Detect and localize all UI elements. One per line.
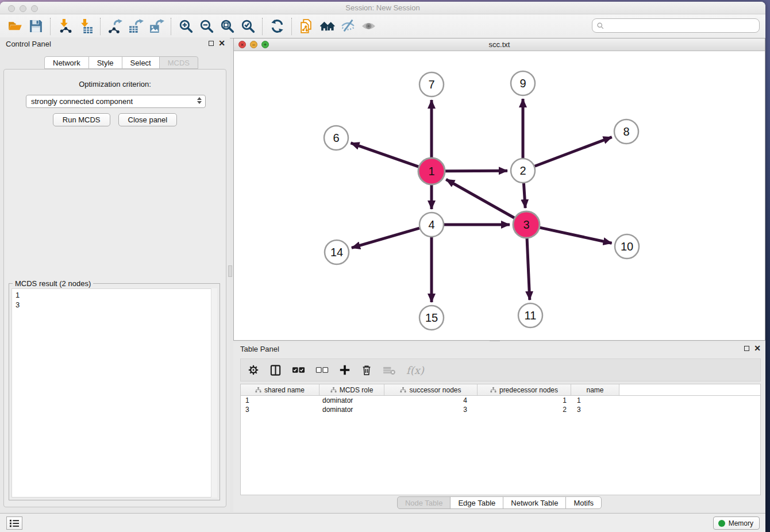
search-input[interactable] — [607, 22, 755, 30]
function-builder-icon: f(x) — [406, 364, 424, 376]
column-header[interactable]: MCDS role — [319, 384, 384, 395]
edge-2-3[interactable] — [523, 183, 525, 208]
mcds-result-text[interactable]: 1 3 — [11, 288, 217, 498]
deselect-all-icon[interactable] — [315, 366, 329, 374]
import-network-icon[interactable] — [55, 17, 75, 36]
zoom-out-icon[interactable] — [196, 17, 217, 36]
close-table-panel-icon[interactable]: ✕ — [754, 345, 761, 352]
search-icon — [596, 22, 605, 30]
graph-node-7[interactable]: 7 — [419, 72, 444, 97]
table-row[interactable]: 1dominator411 — [241, 396, 760, 405]
graph-node-11[interactable]: 11 — [518, 303, 542, 327]
column-tree-icon — [330, 387, 337, 393]
graph-node-4[interactable]: 4 — [419, 213, 444, 237]
table-cell[interactable]: 1 — [571, 396, 619, 405]
close-panel-button[interactable]: Close panel — [118, 113, 178, 126]
edge-1-2[interactable] — [445, 171, 507, 171]
graph-node-1[interactable]: 1 — [418, 158, 445, 184]
tab-mcds[interactable]: MCDS — [159, 56, 198, 69]
table-cell[interactable]: 3 — [241, 405, 319, 414]
criterion-value: strongly connected component — [31, 97, 133, 106]
tab-motifs[interactable]: Motifs — [565, 496, 602, 509]
add-column-icon[interactable] — [339, 364, 351, 376]
export-network-icon[interactable] — [105, 17, 125, 36]
hide-panels-icon[interactable] — [337, 17, 358, 36]
memory-button[interactable]: Memory — [713, 516, 760, 530]
graph-node-15[interactable]: 15 — [419, 306, 444, 330]
column-header[interactable]: name — [571, 384, 619, 395]
graph-node-8[interactable]: 8 — [614, 119, 638, 144]
table-row[interactable]: 3dominator323 — [241, 405, 760, 414]
memory-label: Memory — [729, 519, 753, 527]
table-cell[interactable]: dominator — [319, 396, 384, 405]
refresh-icon[interactable] — [267, 17, 287, 36]
clone-network-icon[interactable] — [296, 17, 317, 36]
zoom-selected-icon[interactable] — [237, 17, 258, 36]
float-panel-icon[interactable] — [209, 41, 214, 46]
table-cell[interactable]: 1 — [241, 396, 319, 405]
table-cell[interactable]: 2 — [478, 405, 571, 414]
graph-node-3[interactable]: 3 — [513, 211, 540, 238]
export-table-icon[interactable] — [125, 17, 146, 36]
edge-3-11[interactable] — [527, 238, 530, 300]
edge-1-6[interactable] — [351, 143, 418, 167]
zoom-fit-icon[interactable] — [217, 17, 237, 36]
edge-3-10[interactable] — [540, 228, 611, 243]
open-folder-icon[interactable] — [5, 17, 25, 36]
node-label: 9 — [519, 77, 526, 90]
graph-node-14[interactable]: 14 — [325, 240, 349, 264]
network-frame-titlebar: × − + scc.txt — [234, 38, 765, 51]
close-panel-icon[interactable]: ✕ — [218, 40, 225, 47]
table-cell[interactable]: dominator — [319, 405, 384, 414]
criterion-dropdown[interactable]: strongly connected component — [26, 95, 206, 108]
mcds-result-title: MCDS result (2 nodes) — [13, 279, 93, 288]
import-table-icon[interactable] — [75, 17, 96, 36]
tab-edge-table[interactable]: Edge Table — [450, 496, 503, 509]
run-mcds-button[interactable]: Run MCDS — [53, 113, 110, 126]
column-tree-icon — [255, 387, 261, 393]
edge-4-14[interactable] — [352, 228, 419, 248]
float-table-panel-icon[interactable] — [744, 346, 749, 351]
table-cell[interactable]: 3 — [571, 405, 619, 414]
table-settings-gear-icon[interactable] — [248, 364, 259, 376]
show-columns-icon[interactable] — [270, 364, 282, 376]
node-table: shared nameMCDS rolesuccessor nodesprede… — [240, 384, 761, 495]
edge-3-1[interactable] — [446, 179, 514, 218]
table-cell[interactable]: 1 — [478, 396, 571, 405]
graph-node-2[interactable]: 2 — [511, 159, 535, 183]
tab-style[interactable]: Style — [88, 56, 122, 69]
column-header[interactable]: predecessor nodes — [478, 384, 571, 395]
table-panel: Table Panel ✕ — [233, 342, 765, 512]
export-image-icon[interactable] — [146, 17, 167, 36]
vertical-splitter-handle[interactable] — [228, 265, 232, 277]
dropdown-stepper-icon — [197, 97, 202, 104]
home-views-icon[interactable] — [317, 17, 337, 36]
graph-node-9[interactable]: 9 — [511, 71, 535, 95]
tab-node-table[interactable]: Node Table — [397, 496, 451, 509]
save-icon[interactable] — [25, 17, 46, 36]
task-history-button[interactable] — [6, 516, 22, 530]
column-header[interactable]: successor nodes — [384, 384, 478, 395]
node-label: 6 — [333, 132, 339, 144]
graph-node-6[interactable]: 6 — [324, 126, 348, 150]
tab-network-table[interactable]: Network Table — [503, 496, 566, 509]
node-label: 10 — [621, 240, 633, 253]
node-label: 7 — [428, 78, 434, 91]
table-cell[interactable]: 3 — [384, 405, 478, 414]
search-box[interactable] — [592, 18, 760, 33]
zoom-in-icon[interactable] — [175, 17, 196, 36]
column-header[interactable]: shared name — [241, 384, 319, 395]
tab-select[interactable]: Select — [122, 56, 160, 69]
delete-column-trash-icon[interactable] — [361, 364, 372, 376]
table-cell[interactable]: 4 — [384, 396, 478, 405]
graph-node-10[interactable]: 10 — [615, 234, 639, 259]
result-scrollbar[interactable] — [211, 288, 217, 498]
network-frame: × − + scc.txt 7968124314101511 — [233, 38, 765, 341]
select-all-icon[interactable] — [292, 366, 305, 374]
node-label: 4 — [428, 218, 434, 231]
show-panels-icon[interactable] — [358, 17, 379, 36]
edge-2-8[interactable] — [535, 137, 612, 167]
tab-network[interactable]: Network — [44, 56, 89, 69]
network-canvas[interactable]: 7968124314101511 — [234, 51, 765, 340]
table-body: 1dominator4113dominator323 — [241, 396, 760, 414]
